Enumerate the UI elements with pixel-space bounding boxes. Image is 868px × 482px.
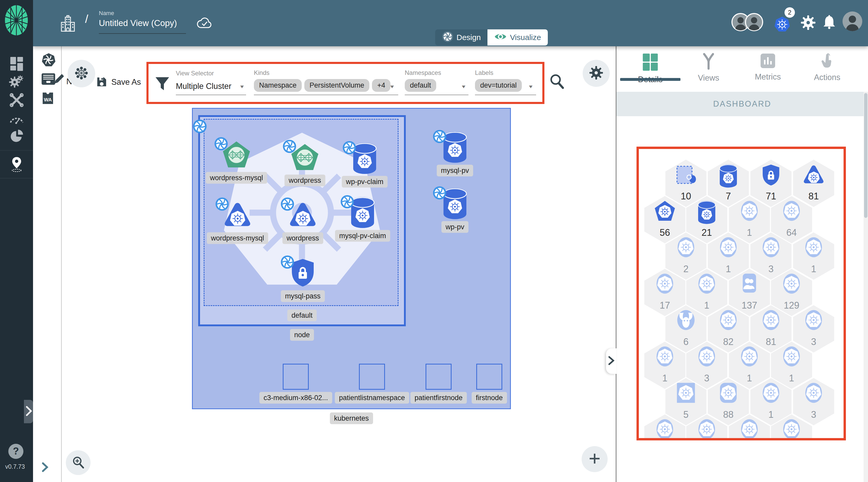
cluster-label[interactable]: kubernetes bbox=[330, 413, 373, 424]
sidebar-item-lifecycle-icon[interactable] bbox=[0, 73, 33, 91]
tab-actions[interactable]: Actions bbox=[801, 53, 853, 82]
section-title: DASHBOARD bbox=[713, 99, 771, 109]
node-name-label[interactable]: wordpress-mysql bbox=[207, 232, 268, 244]
kubernetes-context-icon[interactable] bbox=[772, 15, 792, 34]
hex-cell-roundrect[interactable]: 88 bbox=[708, 378, 749, 425]
search-icon[interactable] bbox=[549, 73, 564, 91]
empty-node-square[interactable] bbox=[359, 364, 385, 390]
visualize-tab[interactable]: Visualize bbox=[488, 29, 548, 45]
empty-node-square[interactable] bbox=[426, 364, 452, 390]
meshery-tool-icon[interactable] bbox=[41, 53, 56, 68]
hex-cell-service[interactable]: 56 bbox=[644, 196, 685, 243]
meshery-badge-icon bbox=[342, 141, 356, 156]
sidebar-item-configuration-icon[interactable] bbox=[0, 91, 33, 109]
empty-node-square[interactable] bbox=[283, 364, 309, 390]
volume-icon bbox=[698, 200, 716, 225]
node-name-label[interactable]: mysql-pv-claim bbox=[335, 230, 390, 242]
node-name-label[interactable]: c3-medium-x86-02... bbox=[259, 392, 332, 404]
hex-count: 81 bbox=[793, 191, 834, 202]
service-icon bbox=[654, 200, 676, 223]
node-name-label[interactable]: wp-pv bbox=[441, 221, 468, 233]
node-name-label[interactable]: mysql-pv bbox=[437, 165, 473, 176]
edit-pencil-icon[interactable] bbox=[53, 74, 64, 86]
sidebar-item-dashboard-icon[interactable] bbox=[0, 55, 33, 73]
component-flower-button[interactable] bbox=[68, 60, 95, 87]
settings-icon[interactable] bbox=[801, 15, 816, 31]
design-tab[interactable]: Design bbox=[435, 29, 488, 45]
hex-cell-oval[interactable]: 17 bbox=[644, 269, 685, 316]
kind-chip[interactable]: +4 bbox=[372, 79, 391, 92]
hex-cell-oval[interactable]: 1 bbox=[793, 232, 834, 280]
namespaces-label: Namespaces bbox=[405, 69, 441, 76]
sidebar-item-performance-icon[interactable] bbox=[0, 109, 33, 127]
node-name-label[interactable]: wordpress bbox=[285, 175, 326, 186]
filter-funnel-icon[interactable] bbox=[154, 76, 170, 93]
labels-chip[interactable]: dev=tutorial bbox=[475, 79, 522, 92]
chevron-down-icon[interactable]: ▼ bbox=[528, 84, 534, 89]
chevron-down-icon[interactable]: ▼ bbox=[389, 84, 395, 89]
square-icon bbox=[675, 382, 696, 405]
kinds-select[interactable]: NamespacePersistentVolume+4 bbox=[254, 79, 391, 92]
volume-icon bbox=[719, 164, 738, 189]
active-tab-underline bbox=[620, 78, 680, 81]
mode-toggle: Design Visualize bbox=[435, 29, 548, 45]
node-name-label[interactable]: wordpress bbox=[282, 232, 323, 244]
user-avatar[interactable] bbox=[842, 11, 863, 33]
tab-views[interactable]: Views bbox=[683, 53, 735, 83]
node-name-label[interactable]: wordpress-mysql bbox=[206, 172, 267, 184]
field-underline bbox=[176, 95, 246, 95]
hex-cell-oval[interactable]: 3 bbox=[793, 305, 834, 353]
help-icon[interactable]: ? bbox=[8, 443, 24, 460]
node-name-label[interactable]: wp-pv-claim bbox=[342, 176, 388, 188]
chevron-right-icon bbox=[25, 406, 32, 417]
sidebar-item-extensions-icon[interactable] bbox=[0, 127, 33, 146]
collaborator-avatar[interactable] bbox=[745, 13, 763, 32]
plus-icon bbox=[589, 453, 600, 465]
expand-chevron-icon[interactable] bbox=[42, 462, 49, 473]
empty-node-square[interactable] bbox=[476, 364, 502, 390]
toolbar-divider bbox=[61, 46, 62, 482]
node-name-label[interactable]: firstnode bbox=[472, 392, 507, 404]
add-button[interactable] bbox=[582, 446, 608, 472]
scrollbar-thumb[interactable] bbox=[864, 93, 867, 218]
zoom-button[interactable] bbox=[66, 450, 91, 475]
tab-metrics[interactable]: Metrics bbox=[742, 53, 794, 82]
meshery-logo-icon[interactable] bbox=[4, 4, 29, 37]
hex-cell-pod[interactable]: 81 bbox=[793, 160, 834, 207]
chevron-down-icon[interactable]: ▼ bbox=[461, 84, 467, 89]
hex-cell-users[interactable]: 137 bbox=[729, 269, 770, 316]
meshery-badge-icon bbox=[192, 119, 207, 135]
node-name-label[interactable]: mysql-pass bbox=[281, 290, 325, 302]
namespace-chip[interactable]: default bbox=[405, 79, 436, 92]
oval-icon bbox=[718, 309, 739, 332]
node-name-label[interactable]: patientlistnamespace bbox=[335, 392, 409, 404]
hex-cell-oval[interactable]: 82 bbox=[708, 305, 749, 353]
sidebar-expand-handle[interactable] bbox=[24, 400, 33, 423]
save-as-button[interactable]: Save As bbox=[111, 77, 141, 87]
kind-chip[interactable]: PersistentVolume bbox=[304, 79, 369, 92]
chevron-down-icon[interactable]: ▼ bbox=[239, 84, 245, 89]
wasm-filter-icon[interactable]: WA bbox=[42, 92, 54, 106]
organization-icon[interactable] bbox=[60, 15, 75, 33]
hex-cell-oval[interactable]: 3 bbox=[793, 378, 834, 425]
canvas-settings-button[interactable] bbox=[583, 60, 610, 87]
hex-cell-oval[interactable]: 1 bbox=[708, 232, 749, 280]
save-icon[interactable] bbox=[96, 76, 108, 89]
node-label[interactable]: node bbox=[290, 329, 314, 341]
namespace-label[interactable]: default bbox=[287, 310, 316, 321]
notifications-icon[interactable] bbox=[823, 14, 836, 31]
kind-chip[interactable]: Namespace bbox=[254, 79, 302, 92]
view-selector-select[interactable]: Multiple Cluster bbox=[176, 82, 231, 91]
bull-icon bbox=[675, 309, 696, 332]
hex-cell-oval[interactable]: 1 bbox=[729, 342, 770, 389]
node-name-label[interactable]: patientfirstnode bbox=[410, 392, 467, 404]
details-grid-icon bbox=[624, 53, 676, 72]
panel-collapse-handle[interactable] bbox=[606, 348, 617, 374]
oval-icon bbox=[739, 200, 760, 223]
hex-cell-oval[interactable]: 1 bbox=[644, 342, 685, 389]
hex-cell-volume[interactable]: 7 bbox=[708, 160, 749, 207]
hex-cell-oval[interactable]: 1 bbox=[729, 196, 770, 243]
oval-icon bbox=[654, 273, 676, 295]
sidebar-item-catalog-pin-icon[interactable] bbox=[0, 155, 33, 173]
hex-count: 3 bbox=[793, 336, 834, 347]
